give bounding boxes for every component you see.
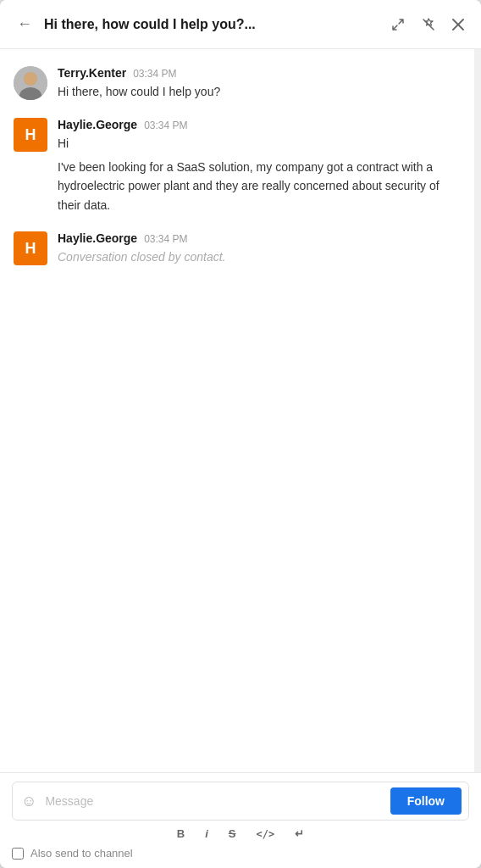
message-item: H Haylie.George 03:34 PM Hi I've been lo… — [14, 118, 461, 214]
avatar — [14, 66, 47, 100]
formatting-toolbar: B i S </> ↵ — [12, 821, 469, 843]
also-send-checkbox[interactable] — [12, 848, 24, 860]
message-extra-text: I've been looking for a SaaS solution, m… — [58, 158, 461, 214]
avatar: H — [14, 231, 47, 265]
avatar: H — [14, 118, 47, 152]
code-button[interactable]: </> — [253, 826, 279, 842]
message-time: 03:34 PM — [144, 233, 187, 245]
message-content: Terry.Kenter 03:34 PM Hi there, how coul… — [58, 66, 461, 101]
also-send-label: Also send to channel — [30, 847, 133, 860]
also-send-row: Also send to channel — [12, 843, 469, 861]
emoji-button[interactable]: ☺ — [19, 791, 38, 812]
chat-footer: ☺ Follow B i S </> ↵ Also send to channe… — [0, 772, 481, 868]
italic-button[interactable]: i — [202, 826, 212, 842]
scrollbar[interactable] — [474, 49, 481, 772]
bold-button[interactable]: B — [174, 826, 188, 842]
message-text: Hi — [58, 135, 461, 153]
message-meta: Haylie.George 03:34 PM — [58, 118, 461, 131]
message-input-row: ☺ Follow — [12, 782, 469, 821]
message-time: 03:34 PM — [144, 120, 187, 131]
strikethrough-button[interactable]: S — [225, 826, 240, 842]
sender-name: Terry.Kenter — [58, 66, 126, 80]
message-content: Haylie.George 03:34 PM Conversation clos… — [58, 231, 461, 266]
return-button[interactable]: ↵ — [291, 826, 307, 842]
chat-window: ← Hi there, how could I help you?... — [0, 0, 481, 868]
back-button[interactable]: ← — [14, 12, 36, 36]
message-item: Terry.Kenter 03:34 PM Hi there, how coul… — [14, 66, 461, 101]
message-item: H Haylie.George 03:34 PM Conversation cl… — [14, 231, 461, 266]
message-text: Hi there, how could I help you? — [58, 83, 461, 101]
header-icons — [388, 14, 467, 35]
message-time: 03:34 PM — [133, 68, 176, 80]
message-meta: Terry.Kenter 03:34 PM — [58, 66, 461, 80]
message-closed-text: Conversation closed by contact. — [58, 248, 461, 266]
sender-name: Haylie.George — [58, 118, 137, 131]
expand-icon[interactable] — [388, 14, 408, 35]
messages-list: Terry.Kenter 03:34 PM Hi there, how coul… — [0, 49, 474, 772]
close-icon[interactable] — [449, 15, 467, 34]
mute-icon[interactable] — [418, 14, 439, 35]
follow-button[interactable]: Follow — [390, 787, 462, 815]
chat-title: Hi there, how could I help you?... — [44, 17, 388, 32]
chat-header: ← Hi there, how could I help you?... — [0, 0, 481, 49]
content-area: Terry.Kenter 03:34 PM Hi there, how coul… — [0, 49, 481, 772]
message-content: Haylie.George 03:34 PM Hi I've been look… — [58, 118, 461, 214]
sender-name: Haylie.George — [58, 231, 137, 245]
svg-point-6 — [25, 73, 36, 85]
message-input[interactable] — [45, 794, 383, 808]
message-meta: Haylie.George 03:34 PM — [58, 231, 461, 245]
